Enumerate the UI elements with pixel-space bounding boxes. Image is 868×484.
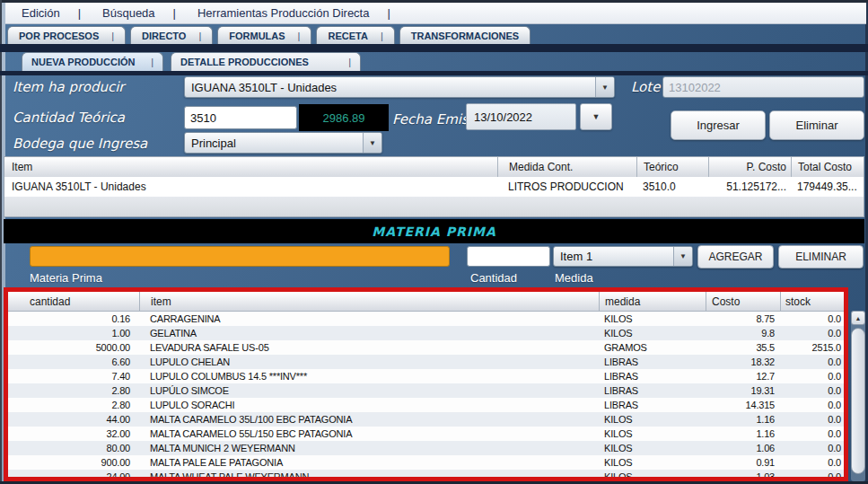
main-tab-strip: POR PROCESOSDIRECTOFORMULASRECETATRANSFO… [7, 26, 530, 44]
cell-medida: KILOS [599, 326, 706, 340]
table-row[interactable]: 2.80 LUPÚLO SIMCOE LIBRAS 19.31 0.0 [8, 383, 844, 398]
column-header[interactable]: cantidad [8, 292, 139, 311]
cell-cantidad: 2.80 [8, 398, 139, 412]
ingresar-button[interactable]: Ingresar [671, 110, 766, 140]
table-row[interactable]: 0.16 CARRAGENINA KILOS 8.75 0.0 [8, 312, 844, 326]
agregar-button[interactable]: AGREGAR [697, 245, 774, 268]
eliminar-mp-button[interactable]: ELIMINAR [778, 245, 864, 268]
cell-stock: 0.0 [780, 412, 844, 427]
cantidad-teorica-input[interactable] [184, 106, 297, 129]
cell-cantidad: 0.16 [8, 312, 139, 326]
cell-item: LUPULO COLUMBUS 14.5 ***INV*** [139, 369, 599, 383]
cell-total-costo: 179449.35... [791, 177, 862, 197]
lote-input[interactable] [662, 76, 864, 98]
cell-medida: KILOS [599, 441, 706, 455]
table-row[interactable]: 7.40 LUPULO COLUMBUS 14.5 ***INV*** LIBR… [8, 369, 844, 383]
cantidad-field-label: Cantidad [470, 271, 517, 285]
cell-stock: 0.0 [780, 312, 844, 326]
main-tab[interactable]: DIRECTO [130, 26, 213, 44]
production-items-table: Item Medida Cont. Teórico P. Costo Total… [4, 156, 864, 217]
main-tab[interactable]: FORMULAS [217, 26, 311, 44]
table-row[interactable]: 5000.00 LEVADURA SAFALE US-05 GRAMOS 35.… [8, 340, 844, 355]
production-items-header: Item Medida Cont. Teórico P. Costo Total… [4, 157, 864, 177]
cell-costo: 14.315 [706, 398, 780, 412]
column-header[interactable]: Medida Cont. [497, 157, 636, 177]
sub-tab[interactable]: DETALLE PRODUCCIONES [171, 52, 361, 71]
cell-stock: 0.0 [780, 441, 844, 455]
cantidad-real-value: 2986.89 [323, 111, 365, 125]
cell-medida: KILOS [599, 412, 706, 427]
materia-prima-scrollbar[interactable]: ▲ [851, 311, 865, 481]
cell-medida: LIBRAS [599, 398, 706, 412]
column-header[interactable]: item [139, 292, 599, 311]
cantidad-input[interactable] [467, 246, 550, 267]
main-tab[interactable]: TRANSFORMACIONES [399, 26, 530, 44]
cell-pcosto: 51.125172... [708, 177, 791, 197]
chevron-down-icon[interactable]: ▼ [363, 133, 381, 153]
cell-item: LUPULO SORACHI [139, 398, 599, 412]
cell-medida: KILOS [599, 470, 706, 481]
cell-stock: 0.0 [780, 326, 844, 340]
cell-teorico: 3510.0 [636, 177, 708, 197]
chevron-down-icon[interactable]: ▼ [673, 247, 692, 266]
table-row[interactable]: IGUANA 3510LT - Unidades LITROS PRODUCCI… [4, 177, 864, 197]
table-row[interactable]: 2.80 LUPULO SORACHI LIBRAS 14.315 0.0 [8, 398, 844, 412]
table-row[interactable]: 24.00 MALTA WHEAT PALE WEYERMANN KILOS 1… [8, 470, 844, 481]
menu-item[interactable]: Edición [22, 6, 102, 20]
fecha-emision-value: 13/10/2022 [474, 110, 532, 124]
table-row[interactable]: 1.00 GELATINA KILOS 9.8 0.0 [8, 326, 844, 340]
fecha-emision-field[interactable]: 13/10/2022 [466, 103, 576, 130]
cell-item: IGUANA 3510LT - Unidades [4, 177, 497, 197]
cell-stock: 0.0 [780, 398, 844, 412]
column-header[interactable]: Item [4, 157, 497, 177]
cell-cantidad: 80.00 [8, 441, 139, 455]
main-tab[interactable]: RECETA [316, 26, 394, 44]
menu-item[interactable]: Herramientas Producción Directa [197, 6, 412, 20]
sub-tab[interactable]: NUEVA PRODUCCIÓN [22, 52, 163, 71]
cell-costo: 1.16 [706, 427, 780, 441]
materia-prima-banner: MATERIA PRIMA [4, 219, 864, 243]
column-header[interactable]: Costo [706, 292, 780, 311]
cell-cantidad: 1.00 [8, 326, 139, 340]
table-row[interactable]: 6.60 LUPULO CHELAN LIBRAS 18.32 0.0 [8, 355, 844, 369]
cell-costo: 1.16 [706, 412, 780, 427]
materia-prima-header: cantidad item medida Costo stock [8, 292, 844, 312]
scroll-thumb[interactable] [851, 328, 865, 474]
cell-medida: LITROS PRODUCCION [497, 177, 636, 197]
table-row[interactable]: 900.00 MALTA PALE ALE PATAGONIA KILOS 0.… [8, 455, 844, 470]
chevron-down-icon[interactable]: ▼ [595, 77, 614, 97]
column-header[interactable]: P. Costo [708, 157, 791, 177]
cell-stock: 0.0 [780, 455, 844, 470]
cell-stock: 0.0 [780, 470, 844, 481]
scroll-up-icon[interactable]: ▲ [851, 311, 865, 325]
column-header[interactable]: medida [599, 292, 706, 311]
cell-costo: 18.32 [706, 355, 780, 369]
column-header[interactable]: Teórico [636, 157, 708, 177]
cell-cantidad: 44.00 [8, 412, 139, 427]
table-row[interactable]: 32.00 MALTA CARAMELO 55L/150 EBC PATAGON… [8, 427, 844, 441]
cell-cantidad: 24.00 [8, 470, 139, 481]
column-header[interactable]: Total Costo [791, 157, 862, 177]
cell-item: MALTA CARAMELO 55L/150 EBC PATAGONIA [139, 427, 599, 441]
cell-cantidad: 7.40 [8, 369, 139, 383]
cell-stock: 0.0 [780, 355, 844, 369]
eliminar-button[interactable]: Eliminar [769, 110, 864, 140]
column-header[interactable]: stock [780, 292, 844, 311]
cell-item: LUPULO CHELAN [139, 355, 599, 369]
medida-select[interactable]: Item 1 ▼ [553, 246, 693, 267]
bodega-select[interactable]: Principal ▼ [184, 132, 382, 154]
cell-item: MALTA MUNICH 2 WEYERMANN [139, 441, 599, 455]
medida-value: Item 1 [554, 250, 673, 263]
cell-cantidad: 6.60 [8, 355, 139, 369]
menu-item[interactable]: Búsqueda [102, 6, 197, 20]
menu-bar: EdiciónBúsquedaHerramientas Producción D… [5, 3, 866, 24]
main-tab[interactable]: POR PROCESOS [7, 26, 126, 44]
cell-costo: 1.03 [706, 470, 780, 481]
cell-stock: 0.0 [780, 369, 844, 383]
table-row[interactable]: 44.00 MALTA CARAMELO 35L/100 EBC PATAGON… [8, 412, 844, 427]
item-a-producir-select[interactable]: IGUANA 3510LT - Unidades ▼ [184, 76, 615, 98]
fecha-emision-dropdown-button[interactable]: ▼ [580, 103, 612, 130]
materia-prima-input[interactable] [30, 246, 450, 267]
medida-field-label: Medida [555, 271, 593, 285]
table-row[interactable]: 80.00 MALTA MUNICH 2 WEYERMANN KILOS 1.0… [8, 441, 844, 455]
